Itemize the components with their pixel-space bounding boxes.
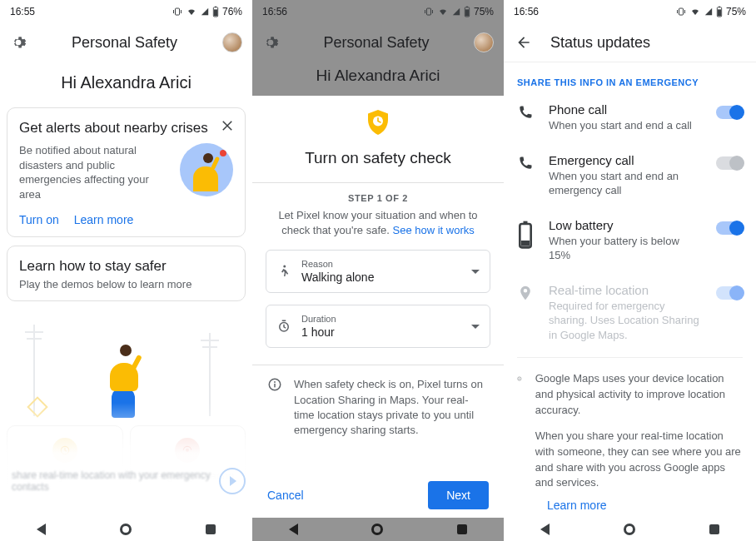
- play-icon[interactable]: [219, 468, 246, 494]
- safety-check-sheet: Turn on safety check STEP 1 OF 2 Let Pix…: [252, 96, 504, 518]
- svg-rect-16: [679, 8, 683, 15]
- step-label: STEP 1 OF 2: [252, 193, 504, 203]
- chevron-down-icon: [471, 270, 480, 274]
- blurred-text: share real-time location with your emerg…: [12, 469, 241, 493]
- signal-icon: [704, 7, 713, 17]
- field-label: Reason: [301, 259, 461, 269]
- back-button[interactable]: [540, 524, 550, 535]
- learn-more-link[interactable]: Learn more: [74, 213, 134, 226]
- learn-more-link[interactable]: Learn more: [547, 499, 607, 512]
- demos-body: Play the demos below to learn more: [19, 278, 233, 290]
- status-right: 76%: [172, 6, 242, 17]
- avatar[interactable]: [222, 32, 242, 52]
- back-arrow-icon[interactable]: [515, 34, 532, 51]
- svg-point-5: [186, 449, 189, 452]
- section-subhead: SHARE THIS INFO IN AN EMERGENCY: [504, 62, 756, 92]
- svg-point-11: [283, 266, 286, 268]
- setting-desc: Required for emergency sharing. Uses Loc…: [549, 299, 701, 343]
- setting-desc: When your battery is below 15%: [549, 234, 701, 263]
- status-time: 16:55: [10, 6, 35, 17]
- vibrate-icon: [424, 7, 434, 17]
- status-battery: 76%: [222, 6, 242, 17]
- pane-safety-check: 16:56 75% Personal Safety Hi Alexandra A…: [252, 0, 504, 541]
- svg-point-14: [274, 381, 276, 383]
- status-bar: 16:56 75%: [504, 0, 756, 23]
- home-button[interactable]: [120, 524, 132, 535]
- avatar: [474, 32, 494, 52]
- signal-icon: [201, 7, 209, 17]
- demos-card: Learn how to stay safer Play the demos b…: [7, 246, 246, 301]
- turn-on-link[interactable]: Turn on: [19, 213, 59, 226]
- setting-title: Real-time location: [549, 283, 701, 297]
- greeting: Hi Alexandra Arici: [252, 67, 504, 85]
- recents-button[interactable]: [206, 524, 216, 534]
- greeting: Hi Alexandra Arici: [0, 73, 252, 92]
- battery-icon: [464, 6, 470, 17]
- field-label: Duration: [301, 314, 461, 324]
- cancel-button[interactable]: Cancel: [267, 489, 304, 502]
- svg-point-24: [520, 378, 520, 379]
- app-bar: Personal Safety: [0, 23, 252, 62]
- info-text-2: When you share your real-time location w…: [535, 429, 743, 491]
- toggle[interactable]: [716, 106, 743, 119]
- timer-icon: [276, 319, 291, 334]
- setting-low-battery[interactable]: Low batteryWhen your battery is below 15…: [504, 208, 756, 273]
- crisis-illustration: [180, 143, 233, 196]
- app-bar: Status updates: [504, 23, 756, 62]
- reason-field[interactable]: Reason Walking alone: [266, 250, 490, 293]
- pane-status-updates: 16:56 75% Status updates SHARE THIS INFO…: [504, 0, 756, 541]
- back-button[interactable]: [289, 524, 298, 535]
- home-button[interactable]: [371, 524, 383, 535]
- toggle: [716, 286, 743, 300]
- battery-icon: [212, 6, 219, 17]
- home-button[interactable]: [624, 524, 635, 535]
- location-icon: [517, 285, 534, 301]
- info-text: When safety check is on, Pixel turns on …: [294, 377, 489, 438]
- crisis-alerts-card: Get alerts about nearby crises Be notifi…: [7, 107, 246, 237]
- crisis-body: Be notified about natural disasters and …: [19, 143, 172, 201]
- info-icon: [267, 377, 282, 392]
- wifi-icon: [437, 7, 449, 17]
- phone-icon: [517, 155, 534, 171]
- shield-clock-icon: [363, 107, 393, 137]
- setting-title: Phone call: [549, 102, 701, 117]
- setting-phone-call[interactable]: Phone callWhen you start and end a call: [504, 92, 756, 143]
- recents-button[interactable]: [457, 524, 467, 534]
- close-icon[interactable]: [220, 118, 235, 133]
- svg-rect-15: [274, 384, 276, 388]
- svg-rect-22: [524, 221, 528, 223]
- recents-button[interactable]: [709, 524, 719, 534]
- chevron-down-icon: [471, 325, 480, 329]
- toggle[interactable]: [716, 156, 743, 170]
- vibrate-icon: [676, 7, 686, 17]
- page-title: Personal Safety: [279, 34, 474, 52]
- sheet-title: Turn on safety check: [266, 149, 490, 167]
- back-button[interactable]: [37, 524, 46, 535]
- setting-emergency-call[interactable]: Emergency callWhen you start and end an …: [504, 143, 756, 208]
- page-title: Personal Safety: [27, 34, 222, 52]
- setting-desc: When you start and end a call: [549, 118, 701, 133]
- illustration-area: Safety check Emergency sharing share rea…: [0, 310, 252, 518]
- svg-rect-2: [214, 9, 217, 16]
- setting-title: Emergency call: [549, 153, 701, 167]
- setting-realtime-location: Real-time locationRequired for emergency…: [504, 273, 756, 353]
- gear-icon[interactable]: [10, 34, 27, 51]
- field-value: Walking alone: [301, 270, 461, 284]
- pane-home: 16:55 76% Personal Safety Hi Alexandra A…: [0, 0, 252, 541]
- svg-rect-0: [175, 8, 179, 15]
- svg-rect-21: [521, 241, 530, 246]
- next-button[interactable]: Next: [428, 481, 489, 509]
- duration-field[interactable]: Duration 1 hour: [266, 305, 490, 348]
- page-title: Status updates: [550, 34, 650, 52]
- status-time: 16:56: [514, 6, 539, 17]
- svg-rect-3: [215, 7, 216, 7]
- dimmed-background: 16:56 75% Personal Safety Hi Alexandra A…: [252, 0, 504, 96]
- toggle[interactable]: [716, 221, 743, 235]
- broadcast-icon: [175, 438, 200, 463]
- status-time: 16:56: [262, 6, 287, 17]
- info-icon: [517, 371, 522, 386]
- see-how-link[interactable]: See how it works: [393, 224, 475, 236]
- signal-icon: [452, 7, 460, 17]
- vibrate-icon: [172, 7, 182, 17]
- battery-icon: [517, 220, 534, 251]
